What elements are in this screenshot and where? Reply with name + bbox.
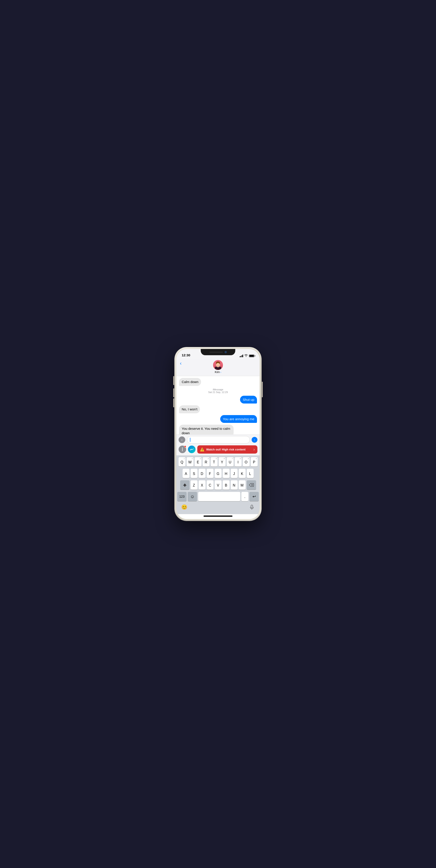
key-j[interactable]: J [231, 469, 238, 478]
keyboard-row-3: Z X C V B N M [177, 480, 259, 490]
svg-point-3 [216, 362, 220, 367]
message-bubble-sent: You are annoying me [220, 415, 257, 423]
key-e[interactable]: 3E [195, 457, 202, 466]
wifi-icon [244, 354, 248, 358]
keyboard-row-2: A S D F G H J K L [177, 469, 259, 478]
message-input-wrapper [187, 436, 250, 443]
navigation-header: ‹ [176, 359, 260, 376]
key-r[interactable]: 4R [203, 457, 209, 466]
svg-point-4 [216, 362, 220, 364]
contact-chevron-icon: › [221, 371, 221, 373]
contact-name-row[interactable]: Kim › [215, 370, 221, 374]
input-row: › ↑ [179, 436, 257, 443]
key-b[interactable]: B [223, 480, 230, 490]
contact-name: Kim [215, 370, 220, 374]
text-cursor [190, 438, 191, 442]
imessage-divider: iMessage Sat 21 Sep, 12:29 [179, 388, 257, 394]
key-l[interactable]: L [247, 469, 254, 478]
key-w[interactable]: 2W [186, 457, 194, 466]
message-bubble-received: You deserve it. You need to calm down [179, 425, 234, 434]
phone-screen: 12:30 [176, 349, 260, 519]
numbers-key[interactable]: 123 [177, 492, 186, 501]
list-item: No, I won't [179, 405, 257, 413]
list-item: Shut up [179, 396, 257, 404]
svg-point-8 [219, 364, 219, 365]
contact-info[interactable]: Kim › [213, 360, 223, 374]
battery-icon [249, 354, 254, 357]
divider-text: iMessage [179, 388, 257, 391]
microphone-key[interactable] [248, 503, 256, 512]
signal-icon [240, 354, 243, 357]
key-z[interactable]: Z [191, 480, 198, 490]
camera [225, 351, 227, 353]
key-i[interactable]: 8I [235, 457, 241, 466]
key-t[interactable]: 5T [211, 457, 217, 466]
key-a[interactable]: A [183, 469, 190, 478]
home-indicator [204, 516, 232, 517]
toolbar-row: ⚠️ Watch out! High risk content › [179, 444, 257, 454]
home-indicator-wrap [176, 514, 260, 519]
message-bubble-received: Calm down [179, 378, 201, 386]
message-input[interactable] [192, 438, 248, 442]
list-item: You deserve it. You need to calm down [179, 425, 257, 434]
wave-app-button[interactable] [188, 445, 196, 453]
warning-close-icon[interactable]: › [253, 447, 255, 452]
messages-area: Calm down iMessage Sat 21 Sep, 12:29 Shu… [176, 376, 260, 434]
key-d[interactable]: D [199, 469, 206, 478]
avatar-image [213, 360, 223, 370]
space-key[interactable] [198, 492, 240, 501]
delete-key[interactable] [247, 480, 256, 490]
key-o[interactable]: 9O [243, 457, 250, 466]
key-n[interactable]: N [231, 480, 238, 490]
chevron-right-icon: › [181, 438, 182, 441]
period-key[interactable]: . [241, 492, 248, 501]
return-key[interactable]: ↩ [250, 492, 259, 501]
svg-rect-12 [251, 505, 253, 508]
expand-button[interactable]: › [179, 436, 185, 443]
emoji-key[interactable]: ☺ [188, 492, 197, 501]
apps-button[interactable] [179, 445, 186, 453]
speaker [209, 352, 223, 353]
input-area: › ↑ [176, 434, 260, 455]
phone-frame: 12:30 [175, 347, 261, 521]
key-k[interactable]: K [239, 469, 245, 478]
key-q[interactable]: 1Q [179, 457, 185, 466]
back-button[interactable]: ‹ [180, 361, 181, 366]
shift-key[interactable] [180, 480, 190, 490]
list-item: You are annoying me [179, 415, 257, 423]
svg-rect-5 [216, 363, 217, 365]
divider-date: Sat 21 Sep, 12:29 [179, 391, 257, 394]
message-bubble-received: No, I won't [179, 405, 200, 413]
key-x[interactable]: X [199, 480, 206, 490]
send-button[interactable]: ↑ [252, 437, 257, 443]
svg-rect-1 [215, 367, 221, 370]
warning-text: Watch out! High risk content [206, 448, 252, 451]
keyboard-row-1: 1Q 2W 3E 4R 5T 6Y 7U 8I 9O 0P [177, 457, 259, 466]
emoji-bottom-key[interactable]: 😊 [180, 503, 188, 512]
notification-badge [184, 445, 186, 447]
avatar [213, 360, 223, 370]
key-h[interactable]: H [223, 469, 230, 478]
svg-rect-2 [217, 366, 219, 367]
message-bubble-sent: Shut up [240, 396, 257, 404]
list-item: Calm down [179, 378, 257, 386]
status-icons [240, 354, 255, 358]
key-f[interactable]: F [207, 469, 213, 478]
delete-icon [249, 483, 254, 487]
notch [201, 349, 235, 355]
key-y[interactable]: 6Y [219, 457, 226, 466]
key-s[interactable]: S [191, 469, 198, 478]
bottom-bar: 😊 [176, 502, 260, 514]
key-u[interactable]: 7U [227, 457, 234, 466]
status-time: 12:30 [182, 353, 190, 358]
shift-icon [183, 483, 187, 487]
key-g[interactable]: G [215, 469, 222, 478]
svg-rect-6 [219, 363, 220, 365]
warning-bar: ⚠️ Watch out! High risk content › [197, 445, 257, 454]
key-m[interactable]: M [239, 480, 245, 490]
key-v[interactable]: V [215, 480, 222, 490]
key-c[interactable]: C [207, 480, 213, 490]
svg-rect-0 [213, 360, 223, 370]
key-p[interactable]: 0P [251, 457, 258, 466]
warning-icon: ⚠️ [200, 447, 204, 452]
